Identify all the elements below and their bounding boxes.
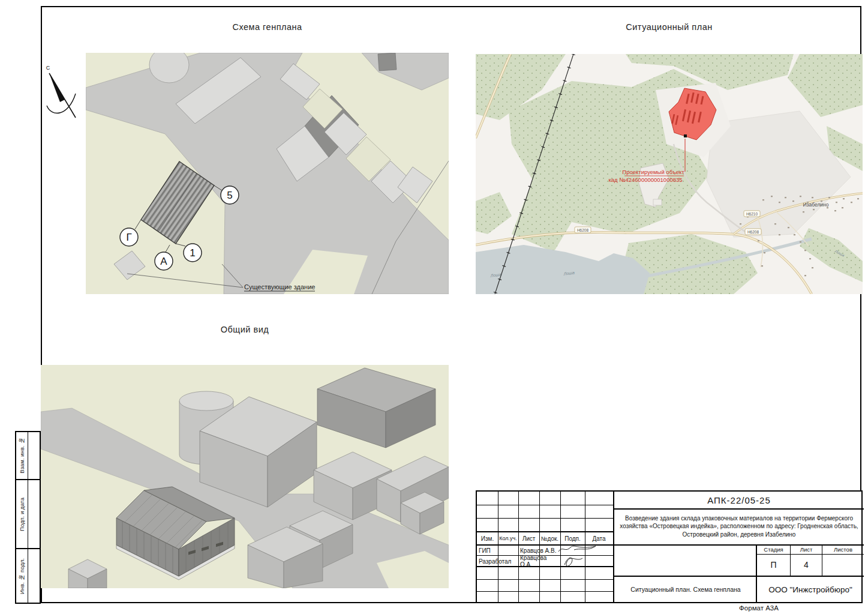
- col-list: Лист: [518, 532, 539, 544]
- margin-label-podp: Подп. и дата: [19, 498, 25, 531]
- col-koluch: Кол.уч.: [498, 532, 518, 544]
- proposed-warehouse-dot: [684, 134, 687, 137]
- axis-marker-a-label: А: [160, 256, 167, 267]
- company-name: ООО "Инжстройбюро": [757, 577, 864, 602]
- sheets-header: Листов: [822, 544, 864, 554]
- role-developer: Разработал: [479, 556, 518, 566]
- overview-3d: [41, 365, 449, 588]
- doc-number: АПК-22/05-25: [614, 492, 864, 508]
- signatures: [556, 542, 606, 571]
- margin-stamp: Взам. инв. № Подп. и дата Инв. № подл.: [15, 431, 41, 604]
- margin-label-inv: Инв. № подл.: [19, 558, 25, 594]
- genplan-drawing: Существующие здание 5 Г А 1: [86, 53, 449, 294]
- object-label: Проектируемый объект: [622, 169, 684, 175]
- road-badge: Н6210: [746, 212, 758, 216]
- cadastre-label: кад №424600000001000835: [608, 176, 682, 183]
- axis-marker-5-label: 5: [227, 190, 232, 201]
- existing-buildings-label: Существующие здание: [244, 283, 315, 290]
- overview-title: Общий вид: [41, 325, 449, 334]
- north-letter: С: [46, 65, 50, 71]
- genplan-title: Схема генплана: [86, 22, 449, 32]
- drawing-sheet: Схема генплана Ситуационный план Общий в…: [0, 0, 868, 614]
- format-note: Формат А3А: [705, 604, 813, 612]
- axis-marker-1-label: 1: [190, 247, 195, 259]
- stage-value: П: [757, 555, 790, 575]
- situation-title: Ситуационный план: [476, 22, 863, 32]
- title-block: Изм. Кол.уч. Лист №док. Подп. Дата ГИП К…: [476, 490, 863, 603]
- col-izm: Изм.: [477, 532, 498, 544]
- sheet-title: Ситуационный план. Схема генплана: [618, 577, 753, 602]
- role-gip: ГИП: [479, 546, 518, 555]
- farm-building: [653, 199, 662, 205]
- road-badge: Н6208: [577, 228, 589, 232]
- stage-header: Стадия: [757, 544, 790, 554]
- situation-map: Лоша Лоша Лоша: [476, 54, 863, 294]
- sheet-header: Лист: [791, 544, 822, 554]
- axis-marker-g-label: Г: [126, 232, 131, 243]
- road-badge: Н6208: [747, 230, 759, 234]
- name-gip: Кравцов А.В.: [520, 546, 560, 555]
- project-description: Возведение здания склада упаковочных мат…: [618, 510, 860, 543]
- margin-label-vzam: Взам. инв. №: [19, 438, 25, 474]
- name-developer: Кравцова О.А.: [520, 556, 560, 566]
- sheet-number: 4: [791, 555, 822, 575]
- village-label: Изабелино: [803, 202, 828, 208]
- sheets-total: [822, 555, 864, 575]
- dark-building-topright: [378, 53, 397, 71]
- north-arrow-icon: С: [42, 61, 82, 121]
